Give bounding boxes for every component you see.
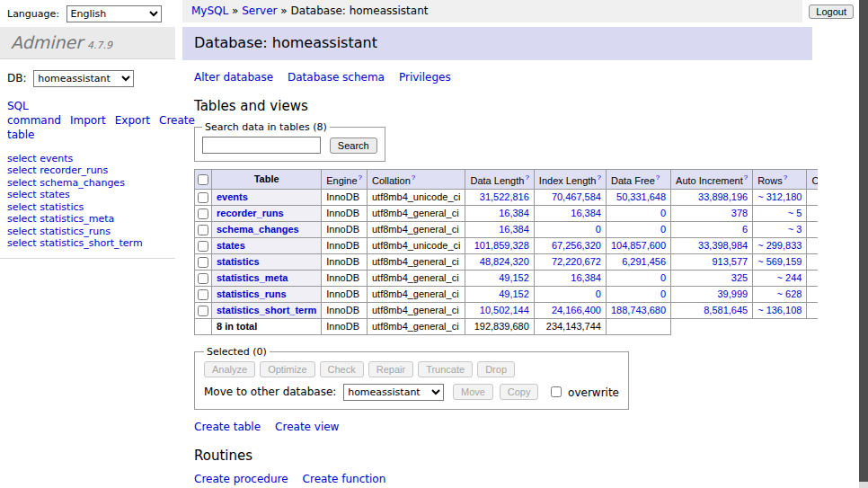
data-free-cell-link[interactable]: 0	[660, 224, 666, 235]
rows-cell-link[interactable]: ~ 299,833	[757, 240, 802, 251]
data-free-cell-link[interactable]: 188,743,680	[611, 305, 666, 315]
index-length-cell-link[interactable]: 16,384	[571, 208, 601, 218]
search-input[interactable]	[202, 137, 321, 154]
sidebar-table-link-select-events[interactable]: select events	[7, 154, 168, 165]
copy-button[interactable]: Copy	[500, 384, 539, 400]
data-free-cell-link[interactable]: 0	[660, 272, 666, 283]
repair-button[interactable]: Repair	[368, 361, 413, 377]
help-icon[interactable]: ?	[525, 173, 528, 182]
rows-cell-link[interactable]: ~ 628	[777, 288, 802, 299]
sidebar-table-link-select-recorder-runs[interactable]: select recorder_runs	[7, 165, 168, 177]
table-link-statistics-meta[interactable]: statistics_meta	[217, 272, 288, 283]
move-db-select[interactable]: homeassistant	[343, 384, 444, 401]
rows-cell-link[interactable]: ~ 5	[788, 208, 802, 218]
nav-link-database-schema[interactable]: Database schema	[288, 71, 385, 84]
index-length-cell-link[interactable]: 0	[596, 288, 601, 299]
rows-cell-link[interactable]: ~ 244	[777, 272, 802, 283]
select-all-checkbox[interactable]	[198, 174, 208, 185]
analyze-button[interactable]: Analyze	[204, 361, 255, 377]
scrollbar-thumb[interactable]	[859, 0, 868, 482]
row-checkbox[interactable]	[198, 273, 208, 284]
index-length-cell-link[interactable]: 70,467,584	[552, 191, 601, 202]
data-length-cell-link[interactable]: 31,522,816	[480, 191, 529, 202]
create-link-create-view[interactable]: Create view	[275, 421, 339, 433]
table-link-states[interactable]: states	[217, 240, 245, 251]
data-length-cell-link[interactable]: 10,502,144	[480, 305, 529, 315]
index-length-cell-link[interactable]: 72,220,672	[552, 256, 601, 267]
table-link-schema-changes[interactable]: schema_changes	[217, 224, 299, 235]
sidebar-table-link-select-schema-changes[interactable]: select schema_changes	[7, 178, 168, 190]
row-checkbox[interactable]	[198, 225, 208, 235]
app-title[interactable]: Adminer	[11, 32, 83, 52]
rows-cell-link[interactable]: ~ 136,108	[757, 305, 802, 315]
table-link-statistics[interactable]: statistics	[217, 256, 260, 267]
routine-link-create-function[interactable]: Create function	[303, 473, 386, 485]
auto-increment-cell-link[interactable]: 33,898,196	[698, 191, 748, 202]
overwrite-checkbox[interactable]	[551, 386, 562, 397]
data-free-cell-link[interactable]: 104,857,600	[611, 240, 666, 251]
help-icon[interactable]: ?	[359, 173, 362, 182]
logout-button[interactable]: Logout	[809, 4, 854, 19]
auto-increment-cell-link[interactable]: 33,398,984	[698, 240, 748, 251]
row-checkbox[interactable]	[198, 306, 208, 316]
help-icon[interactable]: ?	[656, 173, 660, 182]
sidebar-table-link-select-statistics-runs[interactable]: select statistics_runs	[7, 226, 168, 238]
truncate-button[interactable]: Truncate	[418, 361, 473, 377]
sidebar-action-sql-command[interactable]: SQL command	[7, 100, 61, 127]
table-link-statistics-short-term[interactable]: statistics_short_term	[217, 305, 316, 315]
data-length-cell-link[interactable]: 16,384	[499, 224, 529, 235]
table-link-events[interactable]: events	[217, 191, 248, 202]
table-link-recorder-runs[interactable]: recorder_runs	[217, 208, 284, 218]
sidebar-table-link-select-statistics-meta[interactable]: select statistics_meta	[7, 214, 168, 226]
help-icon[interactable]: ?	[744, 173, 748, 182]
nav-link-alter-database[interactable]: Alter database	[194, 71, 273, 84]
data-length-cell-link[interactable]: 49,152	[499, 288, 529, 299]
row-checkbox[interactable]	[198, 241, 208, 252]
sidebar-table-link-select-states[interactable]: select states	[7, 190, 168, 201]
data-free-cell-link[interactable]: 50,331,648	[616, 191, 666, 202]
rows-cell-link[interactable]: ~ 312,180	[757, 191, 802, 202]
data-free-cell-link[interactable]: 0	[660, 208, 666, 218]
breadcrumb-link-mysql[interactable]: MySQL	[191, 4, 228, 17]
data-free-cell-link[interactable]: 0	[660, 288, 666, 299]
help-icon[interactable]: ?	[597, 173, 600, 182]
drop-button[interactable]: Drop	[477, 361, 515, 377]
routine-link-create-procedure[interactable]: Create procedure	[194, 473, 288, 485]
data-free-cell-link[interactable]: 6,291,456	[622, 256, 666, 267]
index-length-cell-link[interactable]: 0	[596, 224, 601, 235]
create-link-create-table[interactable]: Create table	[194, 421, 261, 433]
index-length-cell-link[interactable]: 24,166,400	[552, 305, 601, 315]
table-link-statistics-runs[interactable]: statistics_runs	[217, 288, 287, 299]
sidebar-action-import[interactable]: Import	[70, 114, 106, 127]
auto-increment-cell-link[interactable]: 325	[731, 272, 748, 283]
sidebar-table-link-select-statistics-short-term[interactable]: select statistics_short_term	[7, 238, 168, 250]
optimize-button[interactable]: Optimize	[260, 361, 314, 377]
language-select[interactable]: English	[66, 5, 162, 22]
db-select[interactable]: homeassistant	[33, 70, 134, 87]
sidebar-action-export[interactable]: Export	[115, 114, 150, 127]
rows-cell-link[interactable]: ~ 569,159	[757, 256, 802, 267]
row-checkbox[interactable]	[198, 257, 208, 268]
data-length-cell-link[interactable]: 49,152	[499, 272, 529, 283]
auto-increment-cell-link[interactable]: 913,577	[712, 256, 748, 267]
index-length-cell-link[interactable]: 16,384	[571, 272, 601, 283]
rows-cell-link[interactable]: ~ 3	[788, 224, 802, 235]
auto-increment-cell-link[interactable]: 8,581,645	[704, 305, 748, 315]
scrollbar[interactable]	[859, 0, 868, 488]
help-icon[interactable]: ?	[412, 173, 415, 182]
row-checkbox[interactable]	[198, 209, 208, 219]
app-version[interactable]: 4.7.9	[87, 40, 112, 51]
breadcrumb-link-server[interactable]: Server	[242, 4, 277, 17]
row-checkbox[interactable]	[198, 192, 208, 203]
row-checkbox[interactable]	[198, 289, 208, 300]
auto-increment-cell-link[interactable]: 6	[742, 224, 748, 235]
move-button[interactable]: Move	[453, 384, 493, 400]
check-button[interactable]: Check	[320, 361, 364, 377]
nav-link-privileges[interactable]: Privileges	[399, 71, 451, 84]
help-icon[interactable]: ?	[784, 173, 787, 182]
index-length-cell-link[interactable]: 67,256,320	[552, 240, 601, 251]
search-button[interactable]: Search	[330, 138, 377, 154]
data-length-cell-link[interactable]: 101,859,328	[474, 240, 529, 251]
auto-increment-cell-link[interactable]: 378	[731, 208, 748, 218]
data-length-cell-link[interactable]: 48,824,320	[480, 256, 529, 267]
